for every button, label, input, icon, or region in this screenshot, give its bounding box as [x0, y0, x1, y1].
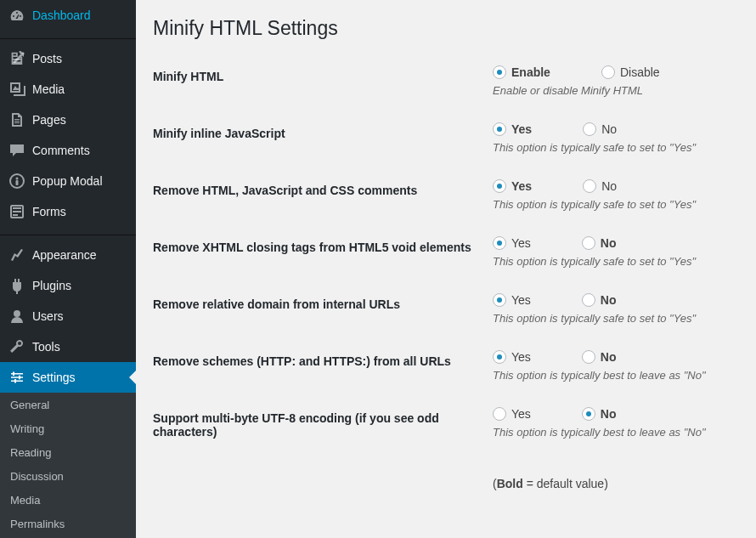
- sidebar-item-dashboard[interactable]: Dashboard: [0, 0, 136, 31]
- radio-option-yes[interactable]: Yes: [493, 293, 531, 307]
- radio-input[interactable]: [493, 65, 506, 79]
- legend-suffix: = default value): [523, 477, 608, 490]
- radio-input[interactable]: [582, 350, 595, 364]
- radio-input[interactable]: [493, 350, 506, 364]
- menu-label: Comments: [32, 144, 90, 157]
- radio-option-no[interactable]: No: [583, 122, 617, 136]
- radio-group: YesNo: [493, 179, 731, 193]
- menu-label: Popup Modal: [32, 174, 103, 188]
- radio-input[interactable]: [582, 293, 595, 307]
- radio-text: Yes: [511, 350, 531, 364]
- radio-input[interactable]: [493, 122, 506, 136]
- setting-label: Remove relative domain from internal URL…: [153, 280, 484, 337]
- radio-text: Disable: [620, 65, 660, 79]
- setting-row: Support multi-byte UTF-8 encoding (if yo…: [153, 394, 739, 456]
- legend-row: (Bold = default value): [153, 456, 739, 503]
- submenu-item-media[interactable]: Media: [0, 488, 136, 512]
- settings-table: Minify HTMLEnableDisableEnable or disabl…: [153, 53, 739, 503]
- radio-option-no[interactable]: No: [582, 236, 617, 250]
- radio-input[interactable]: [583, 179, 596, 193]
- setting-description: This option is typically safe to set to …: [493, 255, 731, 268]
- setting-row: Remove HTML, JavaScript and CSS comments…: [153, 167, 739, 224]
- posts-icon: [8, 50, 25, 67]
- radio-input[interactable]: [493, 236, 506, 250]
- radio-group: YesNo: [493, 293, 731, 307]
- radio-text: No: [601, 293, 617, 307]
- radio-input[interactable]: [493, 407, 506, 421]
- radio-option-yes[interactable]: Yes: [493, 236, 531, 250]
- radio-text: Yes: [511, 293, 531, 307]
- radio-option-no[interactable]: No: [582, 407, 617, 421]
- menu-label: Plugins: [32, 279, 71, 292]
- radio-input[interactable]: [583, 122, 596, 136]
- sidebar-item-forms[interactable]: Forms: [0, 196, 136, 227]
- sidebar-item-posts[interactable]: Posts: [0, 43, 136, 74]
- pages-icon: [8, 111, 25, 128]
- radio-text: No: [601, 122, 617, 136]
- svg-point-7: [14, 310, 20, 317]
- setting-description: Enable or disable Minify HTML: [493, 84, 731, 97]
- radio-group: EnableDisable: [493, 65, 731, 79]
- radio-option-yes[interactable]: Yes: [493, 350, 531, 364]
- setting-label: Remove schemes (HTTP: and HTTPS:) from a…: [153, 337, 484, 394]
- setting-description: This option is typically best to leave a…: [493, 369, 731, 382]
- submenu-item-writing[interactable]: Writing: [0, 416, 136, 440]
- radio-input[interactable]: [582, 236, 595, 250]
- menu-label: Media: [32, 82, 65, 96]
- radio-group: YesNo: [493, 407, 731, 421]
- radio-text: No: [601, 407, 617, 421]
- sidebar-item-pages[interactable]: Pages: [0, 105, 136, 135]
- setting-controls: YesNoThis option is typically safe to se…: [484, 167, 739, 224]
- radio-text: No: [601, 179, 617, 193]
- sidebar-item-popup-modal[interactable]: Popup Modal: [0, 166, 136, 196]
- radio-option-no[interactable]: No: [582, 350, 617, 364]
- svg-point-1: [16, 178, 19, 180]
- radio-option-no[interactable]: No: [582, 293, 617, 307]
- radio-option-yes[interactable]: Yes: [493, 179, 532, 193]
- sidebar-item-tools[interactable]: Tools: [0, 331, 136, 362]
- radio-input[interactable]: [582, 407, 595, 421]
- menu-label: Pages: [32, 113, 66, 127]
- radio-option-no[interactable]: No: [583, 179, 617, 193]
- setting-description: This option is typically best to leave a…: [493, 426, 731, 439]
- setting-row: Minify HTMLEnableDisableEnable or disabl…: [153, 53, 739, 110]
- setting-row: Minify inline JavaScriptYesNoThis option…: [153, 110, 739, 167]
- radio-option-yes[interactable]: Yes: [493, 122, 532, 136]
- radio-group: YesNo: [493, 350, 731, 364]
- menu-label: Users: [32, 309, 64, 323]
- submenu-item-discussion[interactable]: Discussion: [0, 464, 136, 488]
- dashboard-icon: [8, 7, 25, 24]
- submenu-item-permalinks[interactable]: Permalinks: [0, 512, 136, 535]
- radio-text: Yes: [511, 122, 532, 136]
- radio-text: Enable: [511, 65, 550, 79]
- legend-bold-word: Bold: [497, 477, 523, 490]
- radio-option-enable[interactable]: Enable: [493, 65, 550, 79]
- setting-controls: YesNoThis option is typically safe to se…: [484, 280, 739, 337]
- radio-text: No: [601, 236, 617, 250]
- radio-input[interactable]: [601, 65, 615, 79]
- menu-label: Tools: [32, 340, 60, 354]
- submenu-item-reading[interactable]: Reading: [0, 440, 136, 464]
- svg-rect-9: [11, 377, 23, 378]
- radio-input[interactable]: [493, 293, 506, 307]
- setting-description: This option is typically safe to set to …: [493, 141, 731, 154]
- setting-controls: YesNoThis option is typically safe to se…: [484, 110, 739, 167]
- setting-label: Remove HTML, JavaScript and CSS comments: [153, 167, 484, 224]
- sidebar-item-settings[interactable]: Settings: [0, 362, 136, 393]
- sidebar-item-users[interactable]: Users: [0, 301, 136, 331]
- comments-icon: [8, 142, 25, 159]
- sidebar-item-media[interactable]: Media: [0, 74, 136, 105]
- sidebar-item-plugins[interactable]: Plugins: [0, 270, 136, 301]
- svg-rect-12: [19, 376, 20, 380]
- radio-option-disable[interactable]: Disable: [601, 65, 660, 79]
- radio-option-yes[interactable]: Yes: [493, 407, 531, 421]
- radio-input[interactable]: [493, 179, 506, 193]
- sidebar-item-appearance[interactable]: Appearance: [0, 240, 136, 270]
- radio-text: Yes: [511, 179, 532, 193]
- sidebar-item-comments[interactable]: Comments: [0, 135, 136, 166]
- setting-row: Remove XHTML closing tags from HTML5 voi…: [153, 224, 739, 280]
- svg-rect-2: [16, 180, 19, 185]
- setting-row: Remove schemes (HTTP: and HTTPS:) from a…: [153, 337, 739, 394]
- radio-group: YesNo: [493, 122, 731, 136]
- submenu-item-general[interactable]: General: [0, 393, 136, 416]
